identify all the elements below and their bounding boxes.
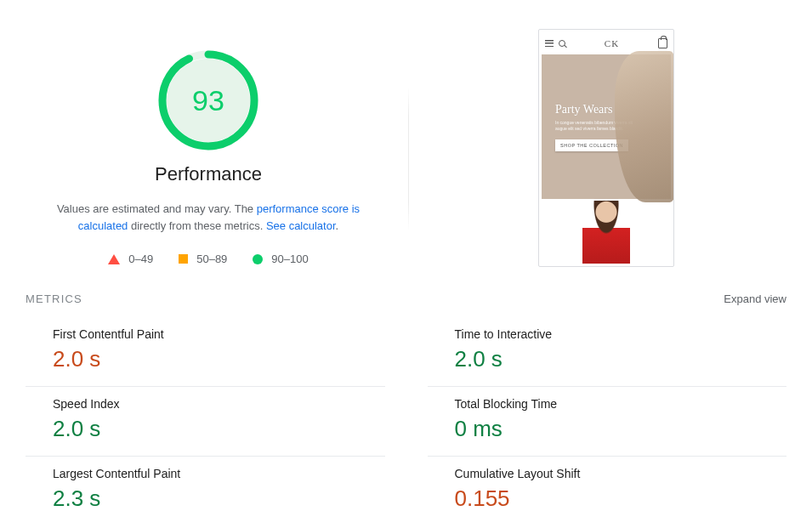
desc-text: Values are estimated and may vary. The [57,202,257,215]
thumb-model-figure [581,201,632,264]
desc-text: . [336,219,339,232]
metric-row: Total Blocking Time0 ms [428,386,787,456]
metrics-grid: First Contentful Paint2.0 sTime to Inter… [26,324,786,511]
desc-text: directly from these metrics. [128,219,266,232]
thumb-hero: Party Wears In congue venenatis bibendum… [542,54,671,199]
vertical-divider [408,87,409,231]
metric-row: Largest Contentful Paint2.3 s [26,456,385,511]
site-thumbnail: CK Party Wears In congue venenatis biben… [538,29,674,267]
legend-fail: 0–49 [108,253,153,265]
metric-row: First Contentful Paint2.0 s [26,324,385,386]
link-see-calculator[interactable]: See calculator [266,219,336,232]
metric-name: Total Blocking Time [455,397,784,411]
thumb-hero-figure [615,51,674,202]
metric-name: Speed Index [53,397,382,411]
score-legend: 0–49 50–89 90–100 [108,253,308,265]
metrics-header: Metrics Expand view [26,292,786,305]
metric-value: 2.0 s [455,346,784,372]
metric-name: Time to Interactive [455,327,784,341]
metric-name: First Contentful Paint [53,327,382,341]
metric-value: 0.155 [455,485,784,511]
score-column: 93 Performance Values are estimated and … [26,26,391,267]
score-title: Performance [155,163,262,185]
metric-row: Time to Interactive2.0 s [428,324,787,386]
legend-avg: 50–89 [179,253,227,265]
metric-name: Largest Contentful Paint [53,467,382,480]
metric-value: 2.0 s [53,416,382,442]
score-value: 93 [157,49,259,151]
metric-row: Speed Index2.0 s [26,386,385,456]
legend-pass: 90–100 [253,253,308,265]
metric-row: Cumulative Layout Shift0.155 [428,456,787,511]
metric-value: 2.0 s [53,346,382,372]
shopping-bag-icon [658,38,667,48]
thumb-logo: CK [605,38,619,48]
metrics-heading: Metrics [26,292,82,305]
metric-value: 2.3 s [53,485,382,511]
summary-row: 93 Performance Values are estimated and … [26,26,786,267]
metric-value: 0 ms [455,416,784,442]
preview-column: CK Party Wears In congue venenatis biben… [426,26,786,267]
legend-fail-label: 0–49 [128,253,153,265]
search-icon [559,40,565,47]
triangle-fail-icon [108,254,120,264]
legend-pass-label: 90–100 [271,253,308,265]
score-gauge: 93 [157,49,259,151]
metric-name: Cumulative Layout Shift [455,467,784,480]
square-avg-icon [179,254,188,264]
expand-view-toggle[interactable]: Expand view [724,292,786,305]
legend-avg-label: 50–89 [196,253,227,265]
circle-pass-icon [253,254,263,264]
score-description: Values are estimated and may vary. The p… [38,201,378,234]
hamburger-icon [545,40,554,47]
